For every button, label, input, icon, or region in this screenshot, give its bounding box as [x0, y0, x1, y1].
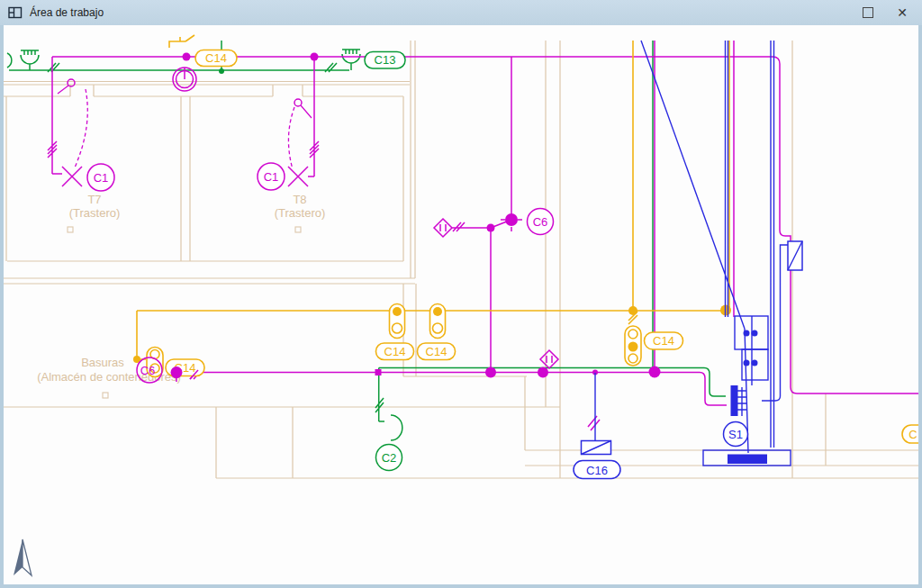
svg-text:C6: C6 — [533, 215, 548, 229]
svg-text:C13: C13 — [375, 53, 396, 67]
socket-symbol[interactable] — [390, 304, 405, 339]
floorplan-walls — [4, 41, 918, 478]
north-arrow-icon — [14, 539, 32, 575]
tag-c14-basuras[interactable]: C14 — [166, 359, 204, 379]
svg-text:C: C — [908, 428, 917, 441]
svg-text:C14: C14 — [426, 345, 447, 358]
tag-c2[interactable]: C2 — [376, 445, 402, 471]
close-button[interactable]: ✕ — [897, 6, 908, 19]
svg-text:C14: C14 — [384, 345, 406, 358]
app-window: Área de trabajo ✕ T7 (Trastero) T8 (Tras… — [0, 0, 922, 588]
room-t7-name: T7 — [87, 193, 101, 206]
svg-text:C14: C14 — [653, 334, 674, 348]
tag-c14-right[interactable]: C14 — [645, 332, 683, 349]
maximize-button[interactable] — [863, 7, 873, 18]
tag-c13[interactable]: C13 — [365, 52, 405, 69]
tag-partial-right[interactable]: C — [902, 425, 918, 443]
window-layout-icon — [8, 6, 23, 19]
svg-text:C16: C16 — [586, 464, 608, 477]
junction-dot — [649, 366, 661, 378]
tag-s1[interactable]: S1 — [724, 422, 748, 447]
svg-text:S1: S1 — [728, 428, 743, 441]
junction-dot — [487, 224, 495, 232]
svg-text:C6: C6 — [140, 364, 156, 377]
yellow-circuit-lines[interactable] — [133, 35, 731, 377]
tag-c6-center[interactable]: C6 — [528, 209, 554, 235]
window-title: Área de trabajo — [30, 6, 104, 19]
blue-circuit-lines[interactable] — [582, 41, 803, 466]
tag-c14-top[interactable]: C14 — [195, 50, 237, 67]
junction-dot — [311, 53, 319, 61]
svg-text:C2: C2 — [382, 451, 397, 465]
cad-workspace-canvas[interactable]: T7 (Trastero) T8 (Trastero) Basuras (Alm… — [4, 25, 918, 584]
room-t8-name: T8 — [293, 193, 306, 206]
room-t7-type: (Trastero) — [69, 206, 121, 220]
tag-c1-t7[interactable]: C1 — [87, 164, 114, 191]
socket-symbol[interactable] — [430, 304, 446, 339]
junction-dot — [485, 367, 496, 378]
junction-box — [505, 213, 518, 226]
room-t8-type: (Trastero) — [275, 206, 326, 220]
svg-text:C1: C1 — [264, 170, 279, 184]
tag-c14-mid-a[interactable]: C14 — [376, 343, 414, 360]
junction-dot — [183, 53, 191, 61]
svg-text:C1: C1 — [94, 171, 109, 185]
tag-c16[interactable]: C16 — [574, 461, 620, 479]
junction-dot — [538, 367, 548, 378]
tag-c1-t8[interactable]: C1 — [258, 163, 285, 190]
svg-text:C14: C14 — [205, 51, 227, 65]
busbar-symbol[interactable] — [731, 385, 738, 416]
tag-c14-mid-b[interactable]: C14 — [418, 343, 456, 360]
socket-symbol[interactable] — [625, 326, 641, 366]
panel-fill — [728, 455, 767, 465]
window-titlebar[interactable]: Área de trabajo ✕ — [0, 0, 922, 25]
junction-dot — [375, 369, 382, 375]
room-basuras-name: Basuras — [81, 356, 124, 369]
